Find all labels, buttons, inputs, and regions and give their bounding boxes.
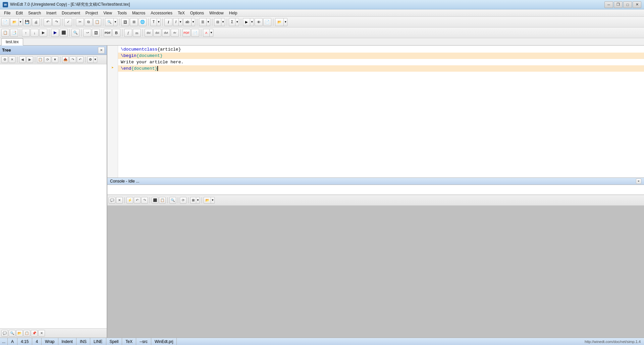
- tree-opts-arrow[interactable]: ▼: [93, 56, 97, 63]
- menu-help[interactable]: Help: [226, 10, 240, 16]
- list-arrow[interactable]: ▼: [206, 18, 210, 26]
- action-dropdown[interactable]: ▶ ▼: [243, 18, 254, 26]
- italic-dropdown[interactable]: I ▼: [173, 18, 182, 26]
- tree-tb-export[interactable]: 📤: [62, 56, 69, 63]
- find-button[interactable]: 🔍: [105, 18, 113, 26]
- tree-tb-back[interactable]: ↶: [77, 56, 84, 63]
- paste-button[interactable]: 📋: [93, 18, 101, 26]
- console-tb-4[interactable]: ↷: [141, 197, 148, 204]
- italic-main[interactable]: I: [173, 18, 178, 26]
- math-button[interactable]: Σ: [229, 18, 235, 26]
- bold2-button[interactable]: B: [112, 29, 120, 37]
- tree-tb-refresh[interactable]: ⟳: [44, 56, 51, 63]
- menu-tex[interactable]: TeX: [175, 10, 187, 16]
- image-button[interactable]: 🖼: [121, 18, 129, 26]
- find-arrow[interactable]: ▼: [113, 18, 117, 26]
- console-tb-3[interactable]: ↶: [134, 197, 141, 204]
- tree-bottom-1[interactable]: 💬: [1, 330, 8, 337]
- cut-button[interactable]: ✂: [76, 18, 84, 26]
- console-tb-6[interactable]: 📋: [159, 197, 166, 204]
- undo-button[interactable]: ↶: [44, 18, 52, 26]
- find-dropdown[interactable]: 🔍 ▼: [105, 18, 117, 26]
- redpdf2-button[interactable]: 📄: [191, 29, 199, 37]
- spell-button[interactable]: ✓: [64, 18, 72, 26]
- text2-arrow[interactable]: ▼: [191, 18, 195, 26]
- text2-dropdown[interactable]: ab ▼: [183, 18, 195, 26]
- print-button[interactable]: 🖨: [32, 18, 40, 26]
- menu-tools[interactable]: Tools: [115, 10, 129, 16]
- console-tb-5[interactable]: ⬛: [152, 197, 158, 204]
- text-dropdown[interactable]: T ▼: [150, 18, 161, 26]
- math-dropdown[interactable]: Σ ▼: [229, 18, 239, 26]
- dvi-pdf2[interactable]: dvi: [153, 29, 161, 37]
- proj2-button[interactable]: 📑: [10, 29, 18, 37]
- img2-button[interactable]: 🖼: [92, 29, 100, 37]
- pdf-button[interactable]: PDF: [104, 29, 112, 37]
- tree-opts-dropdown[interactable]: ⚙ ▼: [87, 56, 97, 63]
- tree-bottom-close[interactable]: ✕: [38, 330, 45, 337]
- menu-edit[interactable]: Edit: [13, 10, 25, 16]
- maximize-button[interactable]: □: [623, 1, 632, 8]
- proj-button[interactable]: 📋: [1, 29, 9, 37]
- console-tb-8[interactable]: ⟳: [180, 197, 186, 204]
- math-arrow[interactable]: ▼: [235, 18, 239, 26]
- open-arrow[interactable]: ▼: [18, 18, 22, 26]
- view2-button[interactable]: 📄: [263, 18, 271, 26]
- redo-button[interactable]: ↷: [52, 18, 60, 26]
- view-button[interactable]: 👁: [255, 18, 263, 26]
- open2-dropdown[interactable]: 📂 ▼: [275, 18, 287, 26]
- menu-view[interactable]: View: [101, 10, 115, 16]
- console-tb-stop[interactable]: ✕: [116, 197, 123, 204]
- f-button[interactable]: f: [124, 29, 132, 37]
- menu-accessories[interactable]: Accessories: [148, 10, 175, 16]
- menu-file[interactable]: File: [1, 10, 13, 16]
- text2-button[interactable]: ab: [183, 18, 191, 26]
- tree-bottom-4[interactable]: 📋: [23, 330, 30, 337]
- console-opts-arrow[interactable]: ▼: [196, 197, 200, 204]
- m-button[interactable]: m: [133, 29, 141, 37]
- tree-tb-right[interactable]: ▶: [26, 56, 33, 63]
- tree-bottom-5[interactable]: 📌: [31, 330, 38, 337]
- console-opts-dropdown[interactable]: ⊞ ▼: [190, 197, 200, 204]
- find2-button[interactable]: 🔍: [71, 29, 79, 37]
- console-close-button[interactable]: ✕: [636, 179, 641, 184]
- copy-button[interactable]: ⧉: [85, 18, 93, 26]
- tree-tb-filter[interactable]: ▼: [52, 56, 58, 63]
- table-button[interactable]: ⊞: [130, 18, 138, 26]
- console-dir-arrow[interactable]: ▼: [211, 197, 215, 204]
- menu-document[interactable]: Document: [59, 10, 83, 16]
- close-button[interactable]: ✕: [633, 1, 641, 8]
- compile-button[interactable]: ▶: [51, 29, 59, 37]
- table2-dropdown[interactable]: ⊟ ▼: [214, 18, 225, 26]
- action-button[interactable]: ▶: [243, 18, 250, 26]
- list-dropdown[interactable]: ☰ ▼: [199, 18, 210, 26]
- tree-bottom-3[interactable]: 📂: [16, 330, 23, 337]
- restore-button[interactable]: ❐: [614, 1, 623, 8]
- list-button[interactable]: ☰: [199, 18, 206, 26]
- forward-button[interactable]: ⤻: [83, 29, 91, 37]
- minimize-button[interactable]: ─: [604, 1, 613, 8]
- open2-arrow[interactable]: ▼: [283, 18, 287, 26]
- redpdf-button[interactable]: PDF: [182, 29, 191, 37]
- tree-up[interactable]: ↑: [22, 29, 30, 37]
- tree-bottom-2[interactable]: 🔍: [9, 330, 15, 337]
- open-dropdown[interactable]: 📂 ▼: [10, 18, 22, 26]
- compile2-button[interactable]: ⬛: [60, 29, 68, 37]
- italic-arrow[interactable]: ▼: [178, 18, 182, 26]
- tree-tb-close[interactable]: ✕: [9, 56, 15, 63]
- table2-button[interactable]: ⊟: [214, 18, 221, 26]
- tree-tb-left[interactable]: ◀: [19, 56, 26, 63]
- menu-insert[interactable]: Insert: [44, 10, 59, 16]
- menu-project[interactable]: Project: [83, 10, 101, 16]
- dvt[interactable]: dvt: [162, 29, 170, 37]
- console-opts-button[interactable]: ⊞: [190, 197, 196, 204]
- editor-scroll[interactable]: ➤ \documentclass{article} \begin{documen…: [107, 46, 644, 178]
- menu-search[interactable]: Search: [25, 10, 44, 16]
- console-dir-dropdown[interactable]: 📂 ▼: [204, 197, 215, 204]
- action-arrow[interactable]: ▼: [250, 18, 254, 26]
- dv-btn[interactable]: dv: [171, 29, 179, 37]
- file-tab-test[interactable]: test.tex: [1, 38, 23, 46]
- tree-down[interactable]: ↓: [31, 29, 39, 37]
- menu-window[interactable]: Window: [207, 10, 226, 16]
- menu-options[interactable]: Options: [187, 10, 207, 16]
